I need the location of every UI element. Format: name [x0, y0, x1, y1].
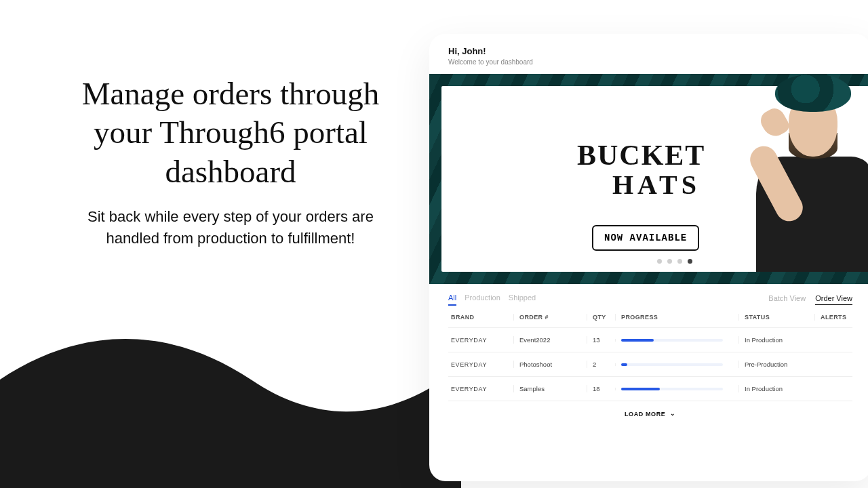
promo-headline: Manage orders through your Through6 port…: [75, 75, 387, 191]
carousel-dot[interactable]: [657, 259, 662, 264]
dashboard-card: Hi, John! Welcome to your dashboard BUCK…: [429, 34, 868, 481]
cell-order: Event2022: [513, 336, 587, 344]
cell-qty: 13: [587, 336, 615, 344]
orders-rows: EVERYDAYEvent202213In ProductionEVERYDAY…: [448, 327, 852, 401]
tab-all[interactable]: All: [448, 293, 456, 306]
hero-title-line2: HATS: [612, 169, 705, 201]
col-brand: BRAND: [448, 314, 513, 321]
orders-tabs-row: All Production Shipped Batch View Order …: [448, 293, 852, 306]
carousel-dot[interactable]: [667, 259, 672, 264]
hero-banner: BUCKET HATS NOW AVAILABLE: [429, 74, 868, 284]
load-more-label: LOAD MORE: [625, 411, 665, 418]
orders-section: All Production Shipped Batch View Order …: [429, 284, 868, 427]
cell-status: Pre-Production: [738, 361, 814, 368]
tab-batch-view[interactable]: Batch View: [768, 294, 806, 305]
cell-brand: EVERYDAY: [448, 361, 513, 368]
table-row[interactable]: EVERYDAYEvent202213In Production: [448, 327, 852, 352]
cell-progress: [615, 363, 738, 366]
hero-title-line1: BUCKET: [577, 139, 705, 171]
hero-title: BUCKET HATS: [577, 139, 705, 201]
col-alerts: ALERTS: [814, 314, 852, 321]
cell-progress: [615, 339, 738, 342]
cell-order: Samples: [513, 385, 587, 392]
col-progress: PROGRESS: [615, 314, 738, 321]
greeting-title: Hi, John!: [448, 46, 852, 56]
model-image: [736, 68, 868, 272]
carousel-dots[interactable]: [657, 259, 692, 264]
col-order: ORDER #: [513, 314, 587, 321]
decorative-wave: [0, 298, 461, 488]
col-qty: QTY: [587, 314, 615, 321]
cell-status: In Production: [738, 385, 814, 392]
tab-production[interactable]: Production: [465, 293, 500, 306]
tab-shipped[interactable]: Shipped: [509, 293, 536, 306]
filter-tabs: All Production Shipped: [448, 293, 536, 306]
promo-sub: Sit back while every step of your orders…: [75, 206, 387, 249]
carousel-dot[interactable]: [677, 259, 682, 264]
cell-qty: 18: [587, 385, 615, 392]
orders-table-header: BRAND ORDER # QTY PROGRESS STATUS ALERTS: [448, 311, 852, 323]
now-available-button[interactable]: NOW AVAILABLE: [592, 225, 699, 251]
view-tabs: Batch View Order View: [768, 294, 852, 305]
cell-order: Photoshoot: [513, 361, 587, 368]
load-more-button[interactable]: LOAD MORE ⌄: [448, 401, 852, 427]
chevron-down-icon: ⌄: [670, 410, 676, 417]
carousel-dot[interactable]: [688, 259, 692, 264]
cell-progress: [615, 388, 738, 390]
col-status: STATUS: [738, 314, 814, 321]
cell-brand: EVERYDAY: [448, 386, 513, 392]
tab-order-view[interactable]: Order View: [815, 294, 852, 305]
greeting-sub: Welcome to your dashboard: [448, 58, 852, 66]
table-row[interactable]: EVERYDAYSamples18In Production: [448, 376, 852, 401]
promo-copy: Manage orders through your Through6 port…: [75, 75, 387, 249]
hero-inner: BUCKET HATS NOW AVAILABLE: [441, 86, 868, 272]
cell-brand: EVERYDAY: [448, 337, 513, 344]
table-row[interactable]: EVERYDAYPhotoshoot2Pre-Production: [448, 352, 852, 376]
cell-qty: 2: [587, 361, 615, 368]
cell-status: In Production: [738, 336, 814, 344]
